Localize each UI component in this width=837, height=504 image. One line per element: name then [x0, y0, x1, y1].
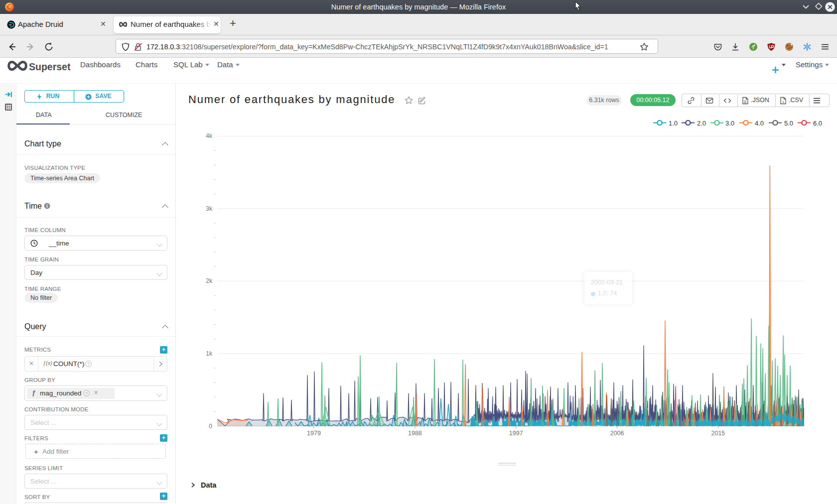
svg-text:1k: 1k [206, 350, 213, 357]
svg-text:3k: 3k [206, 205, 213, 212]
svg-text:2k: 2k [206, 277, 213, 284]
svg-text:1997: 1997 [509, 430, 523, 437]
svg-text:2006: 2006 [610, 430, 624, 437]
svg-text:1979: 1979 [307, 430, 321, 437]
svg-text:0: 0 [209, 423, 212, 430]
svg-text:2015: 2015 [711, 430, 725, 437]
svg-text:1988: 1988 [408, 430, 422, 437]
svg-text:4k: 4k [206, 132, 213, 139]
